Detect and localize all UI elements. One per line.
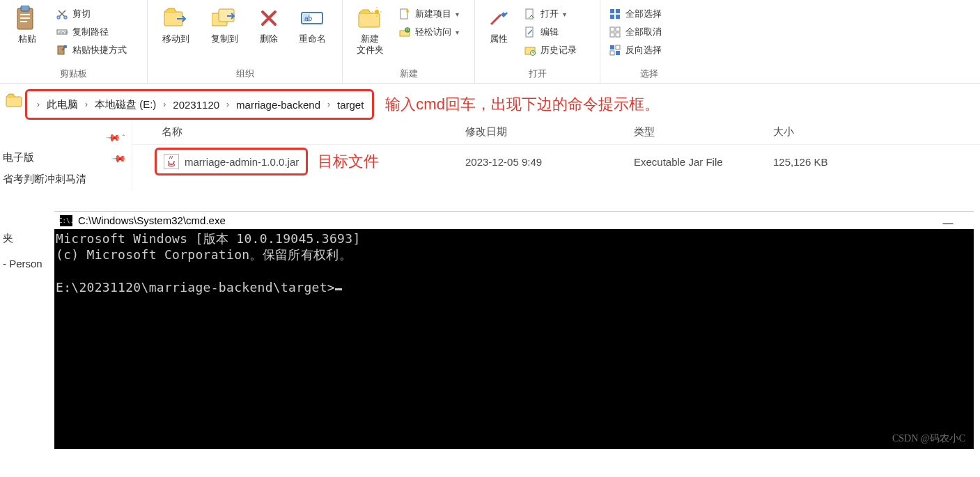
cmd-icon: C:\. xyxy=(60,215,72,226)
chevron-right-icon: › xyxy=(224,100,232,109)
new-item-button[interactable]: 新建项目 ▾ xyxy=(394,6,463,22)
navigation-pane[interactable]: 📌 ˆ 电子版 📌 省考判断冲刺马清 xyxy=(0,123,132,190)
svg-rect-2 xyxy=(20,14,30,15)
paste-shortcut-label: 粘贴快捷方式 xyxy=(72,44,127,56)
delete-button[interactable]: 删除 xyxy=(249,3,288,47)
new-item-icon xyxy=(398,8,411,20)
cmd-window: C:\. C:\Windows\System32\cmd.exe — Micro… xyxy=(54,211,974,449)
cmd-console[interactable]: Microsoft Windows [版本 10.0.19045.3693] (… xyxy=(54,229,974,449)
svg-rect-37 xyxy=(610,51,614,55)
paste-icon xyxy=(15,6,40,31)
properties-icon xyxy=(486,6,511,31)
svg-rect-36 xyxy=(616,45,620,49)
pin-icon: 📌 xyxy=(105,129,121,145)
open-button[interactable]: 打开 ▾ xyxy=(520,6,581,22)
breadcrumb-item[interactable]: 此电脑 xyxy=(45,98,79,111)
svg-rect-30 xyxy=(616,15,620,19)
open-group-label: 打开 xyxy=(479,66,596,81)
file-list-pane: 名称 修改日期 类型 大小 marriage-admin-1.0.0.jar 目… xyxy=(132,123,980,190)
move-to-label: 移动到 xyxy=(162,33,189,45)
open-icon xyxy=(524,8,536,20)
history-button[interactable]: 历史记录 xyxy=(520,42,581,58)
invert-selection-button[interactable]: 反向选择 xyxy=(605,42,666,58)
svg-rect-4 xyxy=(20,21,27,22)
properties-label: 属性 xyxy=(490,33,508,45)
nav-item[interactable]: 省考判断冲刺马清 xyxy=(0,169,132,190)
svg-rect-39 xyxy=(6,97,22,107)
edit-label: 编辑 xyxy=(540,26,559,38)
ribbon-group-organize: 移动到 复制到 删除 ab 重命名 组织 xyxy=(148,0,343,83)
folder-icon xyxy=(6,93,22,109)
column-header-size[interactable]: 大小 xyxy=(773,125,899,139)
history-icon xyxy=(524,44,536,56)
quick-access-header[interactable]: 📌 ˆ xyxy=(0,127,132,147)
move-to-button[interactable]: 移动到 xyxy=(152,3,199,47)
new-item-label: 新建项目 xyxy=(415,8,451,20)
edit-icon xyxy=(524,26,536,38)
properties-button[interactable]: 属性 xyxy=(479,3,518,47)
select-all-label: 全部选择 xyxy=(625,8,662,20)
file-row[interactable]: marriage-admin-1.0.0.jar 目标文件 2023-12-05… xyxy=(132,145,980,178)
column-header-name[interactable]: 名称 xyxy=(162,125,465,139)
clipboard-group-label: 剪贴板 xyxy=(4,66,143,81)
select-group-label: 选择 xyxy=(605,66,694,81)
new-folder-icon xyxy=(357,6,382,31)
nav-item[interactable]: 电子版 📌 xyxy=(0,147,132,169)
cmd-titlebar[interactable]: C:\. C:\Windows\System32\cmd.exe — xyxy=(54,212,974,229)
annotation-target-file: 目标文件 xyxy=(318,151,379,172)
svg-point-19 xyxy=(406,10,409,13)
paste-shortcut-button[interactable]: 粘贴快捷方式 xyxy=(52,42,131,58)
svg-rect-27 xyxy=(610,9,614,13)
paste-button[interactable]: 粘贴 xyxy=(4,3,50,47)
delete-label: 删除 xyxy=(260,33,278,45)
chevron-right-icon: › xyxy=(160,100,169,109)
select-all-icon xyxy=(609,8,621,20)
content-area: 📌 ˆ 电子版 📌 省考判断冲刺马清 名称 修改日期 类型 大小 marriag… xyxy=(0,123,980,190)
address-bar[interactable]: › 此电脑 › 本地磁盘 (E:) › 20231120 › marriage-… xyxy=(25,89,374,120)
jar-file-icon xyxy=(164,154,179,169)
copy-to-button[interactable]: 复制到 xyxy=(201,3,248,47)
breadcrumb-item[interactable]: 本地磁盘 (E:) xyxy=(93,98,157,111)
svg-point-22 xyxy=(504,10,506,13)
rename-button[interactable]: ab 重命名 xyxy=(290,3,334,47)
cmd-output-line: (c) Microsoft Corporation。保留所有权利。 xyxy=(56,247,972,263)
open-label: 打开 xyxy=(540,8,559,20)
address-bar-area: › 此电脑 › 本地磁盘 (E:) › 20231120 › marriage-… xyxy=(0,84,980,123)
file-name: marriage-admin-1.0.0.jar xyxy=(185,156,299,168)
delete-icon xyxy=(256,6,281,31)
breadcrumb-item[interactable]: marriage-backend xyxy=(235,99,322,111)
file-size: 125,126 KB xyxy=(773,156,899,168)
breadcrumb-item[interactable]: target xyxy=(336,99,365,111)
easy-access-button[interactable]: 轻松访问 ▾ xyxy=(394,24,463,40)
select-none-button[interactable]: 全部取消 xyxy=(605,24,666,40)
nav-item-label: 省考判断冲刺马清 xyxy=(3,173,86,186)
cmd-prompt-line: E:\20231120\marriage-backend\target> xyxy=(56,279,972,295)
dropdown-icon: ▾ xyxy=(456,10,459,18)
copy-path-button[interactable]: www 复制路径 xyxy=(52,24,131,40)
column-header-date[interactable]: 修改日期 xyxy=(465,125,634,139)
file-date: 2023-12-05 9:49 xyxy=(465,156,634,168)
svg-rect-31 xyxy=(610,27,614,31)
breadcrumb-item[interactable]: 20231120 xyxy=(171,99,221,111)
svg-rect-32 xyxy=(616,27,620,31)
edit-button[interactable]: 编辑 xyxy=(520,24,581,40)
invert-selection-label: 反向选择 xyxy=(625,44,662,56)
chevron-up-icon: ˆ xyxy=(123,134,125,142)
rename-icon: ab xyxy=(300,6,325,31)
svg-rect-38 xyxy=(616,51,620,55)
ribbon-toolbar: 粘贴 剪切 www 复制路径 粘贴快捷方式 剪贴板 xyxy=(0,0,980,84)
cmd-blank-line xyxy=(56,263,972,279)
column-header-type[interactable]: 类型 xyxy=(634,125,773,139)
new-folder-button[interactable]: 新建 文件夹 xyxy=(347,3,393,58)
history-label: 历史记录 xyxy=(540,44,577,56)
svg-rect-33 xyxy=(610,33,614,37)
cut-button[interactable]: 剪切 xyxy=(52,6,131,22)
annotation-cmd-hint: 输入cmd回车，出现下边的命令提示框。 xyxy=(385,89,660,120)
dropdown-icon: ▾ xyxy=(563,10,566,18)
invert-selection-icon xyxy=(609,44,621,56)
select-all-button[interactable]: 全部选择 xyxy=(605,6,666,22)
svg-rect-1 xyxy=(21,6,29,11)
cmd-title-text: C:\Windows\System32\cmd.exe xyxy=(78,214,226,226)
ribbon-group-select: 全部选择 全部取消 反向选择 选择 xyxy=(600,0,698,83)
select-none-icon xyxy=(609,26,621,38)
